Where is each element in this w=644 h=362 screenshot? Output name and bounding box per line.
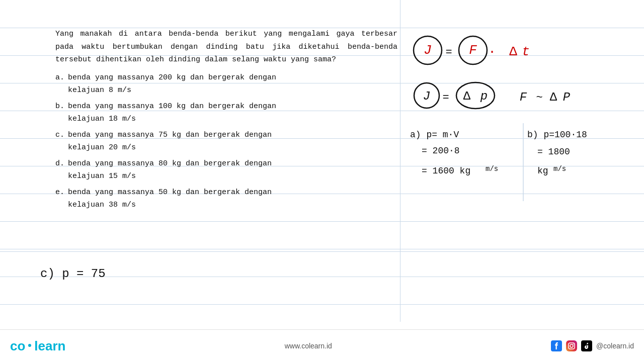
tiktok-icon[interactable] bbox=[581, 340, 592, 351]
formula-area: J = F · Δ t J = Δ p F ~ Δ P bbox=[408, 28, 639, 206]
footer-website: www.colearn.id bbox=[285, 342, 332, 350]
option-b-text: benda yang massanya 100 kg dan bergerak … bbox=[68, 100, 397, 126]
logo-co: co bbox=[10, 338, 25, 354]
option-a: a. benda yang massanya 200 kg dan berger… bbox=[55, 71, 397, 97]
svg-text:F: F bbox=[520, 90, 527, 104]
option-b: b. benda yang massanya 100 kg dan berger… bbox=[55, 100, 397, 126]
option-c-text: benda yang massanya 75 kg dan bergerak d… bbox=[68, 129, 397, 154]
svg-text:F: F bbox=[469, 43, 477, 58]
facebook-icon[interactable] bbox=[551, 340, 562, 351]
svg-point-29 bbox=[573, 344, 574, 345]
main-content: Yang manakah di antara benda-benda berik… bbox=[0, 0, 644, 322]
svg-point-11 bbox=[456, 82, 495, 109]
svg-text:J: J bbox=[423, 89, 430, 103]
instagram-icon[interactable] bbox=[566, 340, 577, 351]
logo-learn: learn bbox=[34, 338, 65, 354]
svg-text:P: P bbox=[563, 90, 571, 104]
svg-text:t: t bbox=[522, 44, 530, 59]
formula-j-dp: J = Δ p F ~ Δ P bbox=[408, 75, 624, 121]
svg-text:b) p=100·18: b) p=100·18 bbox=[527, 130, 587, 140]
svg-text:Δ: Δ bbox=[550, 90, 557, 104]
svg-text:= 1800: = 1800 bbox=[537, 147, 570, 157]
footer-social: @colearn.id bbox=[551, 340, 634, 351]
svg-point-28 bbox=[570, 344, 573, 347]
option-c-label: c. bbox=[55, 129, 68, 154]
svg-text:kg: kg bbox=[537, 166, 548, 176]
question-text: Yang manakah di antara benda-benda berik… bbox=[55, 28, 397, 66]
formula-j-fdt: J = F · Δ t bbox=[408, 28, 624, 78]
option-d-text: benda yang massanya 80 kg dan bergerak d… bbox=[68, 157, 397, 183]
svg-text:= 1600 kg: = 1600 kg bbox=[422, 166, 470, 176]
footer: co learn www.colearn.id @colearn.id bbox=[0, 329, 644, 362]
option-e: e. benda yang massanya 50 kg dan bergera… bbox=[55, 186, 397, 212]
option-c: c. benda yang massanya 75 kg dan bergera… bbox=[55, 129, 397, 154]
svg-text:=: = bbox=[445, 46, 452, 59]
svg-text:=: = bbox=[442, 92, 449, 104]
svg-text:= 200·8: = 200·8 bbox=[422, 146, 460, 156]
svg-text:J: J bbox=[424, 43, 432, 58]
bottom-formula-c: c) p = 75 bbox=[40, 267, 106, 281]
option-e-text: benda yang massanya 50 kg dan bergerak d… bbox=[68, 186, 397, 212]
option-a-label: a. bbox=[55, 71, 68, 97]
bottom-section: c) p = 75 bbox=[0, 251, 644, 317]
svg-text:p: p bbox=[480, 89, 488, 103]
svg-text:·: · bbox=[488, 44, 496, 59]
svg-text:a) p= m·V: a) p= m·V bbox=[410, 130, 459, 140]
footer-logo: co learn bbox=[10, 338, 66, 354]
logo-dot-separator bbox=[28, 344, 31, 347]
formula-calculations: a) p= m·V = 200·8 = 1600 kg m/s b) p=100… bbox=[408, 123, 639, 204]
option-d: d. benda yang massanya 80 kg dan bergera… bbox=[55, 157, 397, 183]
question-area: Yang manakah di antara benda-benda berik… bbox=[55, 28, 397, 215]
svg-text:m/s: m/s bbox=[553, 165, 566, 173]
option-e-label: e. bbox=[55, 186, 68, 212]
option-d-label: d. bbox=[55, 157, 68, 183]
svg-text:Δ: Δ bbox=[463, 89, 471, 103]
svg-rect-27 bbox=[569, 343, 575, 349]
svg-text:m/s: m/s bbox=[486, 165, 498, 173]
social-handle: @colearn.id bbox=[596, 342, 634, 350]
svg-text:Δ: Δ bbox=[509, 44, 517, 59]
option-b-label: b. bbox=[55, 100, 68, 126]
option-a-text: benda yang massanya 200 kg dan bergerak … bbox=[68, 71, 397, 97]
svg-text:~: ~ bbox=[536, 92, 542, 104]
options-area: a. benda yang massanya 200 kg dan berger… bbox=[55, 71, 397, 212]
